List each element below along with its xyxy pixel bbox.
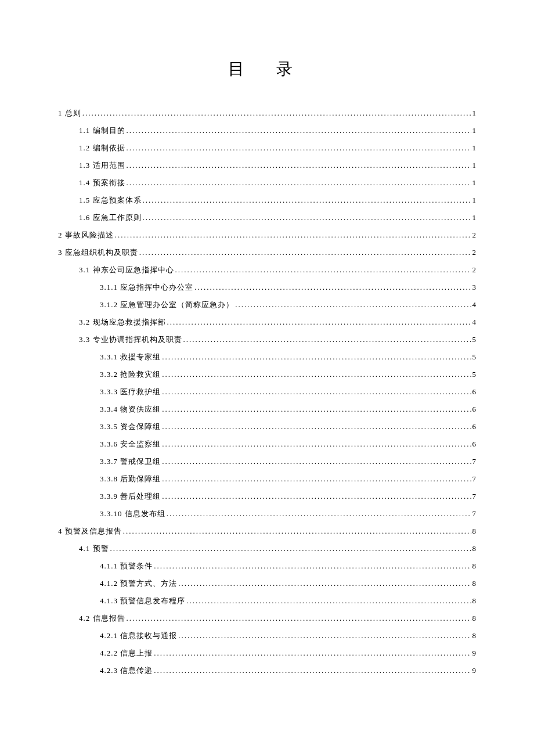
toc-leader [110,545,471,552]
toc-entry-page: 8 [472,614,477,622]
toc-entry-label: 4.1.3 预警信息发布程序 [100,597,185,604]
toc-entry-page: 8 [472,597,477,604]
toc-entry-page: 8 [472,579,477,587]
toc-entry-page: 1 [472,144,477,152]
toc-entry-label: 3.1 神东公司应急指挥中心 [79,266,174,273]
toc-entry: 4.2.2 信息上报 9 [58,649,476,657]
toc-leader [167,318,471,326]
toc-entry-label: 3.3.2 抢险救灾组 [100,370,161,378]
toc-leader [162,492,471,500]
toc-entry-page: 8 [472,545,477,552]
toc-entry: 4.2.1 信息接收与通报 8 [58,632,476,639]
toc-leader [154,649,471,657]
toc-entry: 3.1.2 应急管理办公室（简称应急办） 4 [58,301,476,308]
toc-entry-label: 1.1 编制目的 [79,127,125,134]
toc-entry-label: 3.3.10 信息发布组 [100,510,165,517]
toc-entry-label: 3.3 专业协调指挥机构及职责 [79,336,182,343]
toc-entry-page: 1 [472,179,477,186]
toc-entry-page: 7 [472,458,477,465]
toc-entry-page: 1 [472,161,477,169]
toc-entry: 3.3.5 资金保障组 6 [58,423,476,430]
toc-entry-label: 3 应急组织机构及职责 [58,249,138,256]
toc-entry: 2 事故风险描述 2 [58,231,476,239]
toc-entry-label: 1.3 适用范围 [79,161,125,169]
toc-entry-page: 3 [472,283,477,291]
toc-leader [235,301,471,308]
toc-entry-page: 6 [472,405,477,413]
toc-entry: 4.2.3 信息传递 9 [58,667,476,674]
toc-entry-page: 7 [472,510,477,517]
toc-leader [183,336,471,343]
toc-entry: 4.1.2 预警方式、方法 8 [58,579,476,587]
toc-entry-page: 7 [472,475,477,483]
toc-leader [162,370,471,378]
toc-leader [139,249,471,256]
toc-entry: 3.3.10 信息发布组 7 [58,510,476,517]
toc-leader [127,161,471,169]
toc-entry-label: 3.3.5 资金保障组 [100,423,161,430]
toc-entry-label: 3.2 现场应急救援指挥部 [79,318,166,326]
toc-entry-label: 1.2 编制依据 [79,144,125,152]
toc-leader [162,458,471,465]
toc-entry-page: 5 [472,353,477,361]
toc-entry: 1.6 应急工作原则 1 [58,214,476,221]
toc-entry-label: 3.3.4 物资供应组 [100,405,161,413]
toc-entry: 1.5 应急预案体系 1 [58,196,476,204]
toc-entry: 3.3.7 警戒保卫组 7 [58,458,476,465]
toc-entry-label: 4.2.3 信息传递 [100,667,153,674]
toc-entry: 1.4 预案衔接 1 [58,179,476,186]
toc-entry-label: 1 总则 [58,109,81,117]
toc-entry-page: 1 [472,196,477,204]
toc-leader [154,667,471,674]
toc-entry-label: 3.1.2 应急管理办公室（简称应急办） [100,301,234,308]
toc-leader [123,527,471,535]
toc-leader [115,231,471,239]
toc-entry: 4 预警及信息报告 8 [58,527,476,535]
toc-entry: 3.3.2 抢险救灾组 5 [58,370,476,378]
toc-entry: 3.3.4 物资供应组 6 [58,405,476,413]
toc-entry: 3.2 现场应急救援指挥部 4 [58,318,476,326]
toc-entry-page: 8 [472,562,477,570]
toc-leader [162,388,471,395]
toc-entry-page: 1 [472,109,477,117]
toc-leader [154,562,471,570]
toc-entry-label: 3.3.1 救援专家组 [100,353,161,361]
toc-leader [143,196,471,204]
toc-entry-page: 4 [472,301,477,308]
toc-entry-label: 3.3.3 医疗救护组 [100,388,161,395]
toc-entry: 3.1 神东公司应急指挥中心 2 [58,266,476,273]
toc-entry: 3.3.8 后勤保障组 7 [58,475,476,483]
toc-entry-page: 9 [472,667,477,674]
toc-entry-label: 3.3.7 警戒保卫组 [100,458,161,465]
toc-entry-page: 1 [472,214,477,221]
toc-entry-label: 4.2.2 信息上报 [100,649,153,657]
toc-entry: 4.1.3 预警信息发布程序 8 [58,597,476,604]
toc-leader [162,475,471,483]
toc-entry-page: 1 [472,127,477,134]
toc-entry-page: 2 [472,266,477,273]
toc-leader [186,597,471,604]
toc-entry: 3.3.3 医疗救护组 6 [58,388,476,395]
toc-leader [162,353,471,361]
toc-entry-page: 5 [472,336,477,343]
toc-entry: 3.3.9 善后处理组 7 [58,492,476,500]
toc-entry-label: 4.1 预警 [79,545,109,552]
toc-entry-page: 2 [472,249,477,256]
toc-leader [143,214,471,221]
toc-leader [127,614,471,622]
toc-entry-label: 4.1.2 预警方式、方法 [100,579,177,587]
toc-entry: 4.1.1 预警条件 8 [58,562,476,570]
toc-entry: 3.3.6 安全监察组 6 [58,440,476,448]
toc-entry-page: 5 [472,370,477,378]
table-of-contents: 1 总则 11.1 编制目的 11.2 编制依据 11.3 适用范围 11.4 … [58,109,476,674]
toc-leader [178,579,471,587]
toc-entry: 3.1.1 应急指挥中心办公室 3 [58,283,476,291]
toc-entry-label: 1.5 应急预案体系 [79,196,142,204]
toc-leader [127,127,471,134]
toc-leader [127,179,471,186]
toc-leader [178,632,471,639]
toc-leader [162,405,471,413]
toc-entry-label: 1.6 应急工作原则 [79,214,142,221]
toc-entry-label: 3.3.9 善后处理组 [100,492,161,500]
toc-entry-page: 9 [472,649,477,657]
